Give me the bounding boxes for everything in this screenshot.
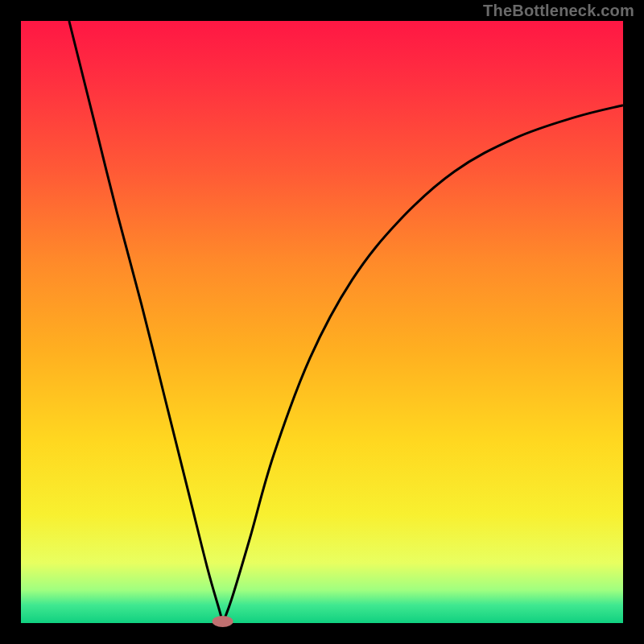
chart-container: TheBottleneck.com <box>0 0 644 644</box>
optimal-point-marker <box>213 616 233 627</box>
watermark-text: TheBottleneck.com <box>483 2 634 20</box>
bottleneck-chart <box>0 0 644 644</box>
plot-background <box>21 21 623 623</box>
